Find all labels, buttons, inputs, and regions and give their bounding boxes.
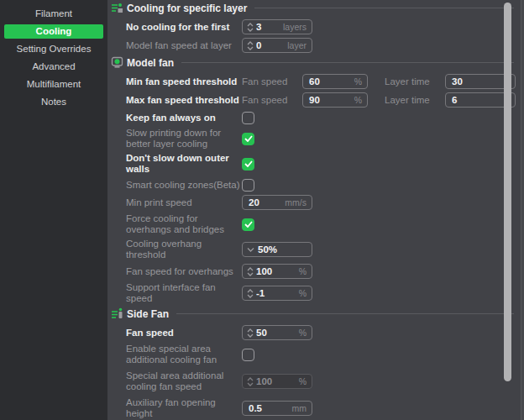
cooling-settings-panel: Cooling for specific layer No cooling fo… (107, 0, 524, 420)
fan-speed-overhangs-input[interactable]: % (242, 264, 312, 279)
setting-row: Auxiliary fan opening height mm (126, 397, 514, 419)
sidebar-item-notes[interactable]: Notes (4, 95, 103, 109)
section-divider (176, 313, 514, 314)
setting-row: Force cooling for overhangs and bridges (126, 213, 514, 235)
setting-label: Min fan speed threshold (126, 76, 242, 87)
spinner-arrows-icon[interactable] (243, 286, 254, 300)
sidebar-item-cooling[interactable]: Cooling (4, 24, 103, 39)
vertical-scrollbar[interactable] (503, 0, 513, 420)
section-divider (181, 62, 514, 63)
setting-row: Smart cooling zones(Beta) (126, 178, 514, 192)
setting-label: Special area additional cooling fan spee… (126, 370, 242, 392)
side-fan-speed-input[interactable]: % (242, 325, 312, 340)
sidebar-item-advanced[interactable]: Advanced (4, 60, 103, 74)
force-cooling-overhangs-checkbox[interactable] (242, 218, 254, 231)
setting-row: Max fan speed threshold Fan speed % Laye… (126, 92, 514, 108)
panel-right-edge (521, 0, 524, 420)
spinner-arrows-icon[interactable] (243, 375, 254, 388)
setting-label: Fan speed (126, 328, 242, 339)
fan-speed-overhangs-value[interactable] (254, 265, 312, 278)
special-area-fan-speed-input[interactable]: % (242, 374, 312, 389)
special-area-fan-speed-value (254, 375, 312, 388)
combobox-value: 50% (258, 244, 277, 255)
chevron-down-icon (247, 247, 254, 252)
min-threshold-fan-speed-input[interactable]: % (302, 74, 368, 89)
setting-row: Keep fan always on (126, 111, 514, 124)
setting-label: Auxiliary fan opening height (126, 397, 242, 419)
sub-label: Layer time (385, 95, 445, 105)
spinner-arrows-icon[interactable] (243, 39, 254, 52)
section-title: Cooling for specific layer (127, 3, 247, 14)
setting-row: Min fan speed threshold Fan speed % Laye… (126, 74, 514, 89)
sidebar-item-filament[interactable]: Filament (4, 7, 103, 21)
setting-row: Enable special area additional cooling f… (126, 344, 514, 365)
setting-row: Model fan speed at layer layer (126, 38, 514, 53)
setting-label: Slow printing down for better layer cool… (126, 128, 242, 150)
sub-label: Layer time (385, 76, 445, 87)
setting-label: Support interface fan speed (126, 282, 242, 304)
section-divider (254, 8, 514, 8)
side-fan-speed-value[interactable] (254, 326, 312, 339)
spinner-arrows-icon[interactable] (243, 20, 254, 34)
setting-label: Smart cooling zones(Beta) (126, 180, 242, 191)
side-fan-icon (111, 307, 123, 320)
scrollbar-thumb[interactable] (504, 3, 511, 381)
filament-settings-sidebar: Filament Cooling Setting Overrides Advan… (0, 0, 107, 420)
support-interface-fan-speed-input[interactable]: % (242, 286, 312, 301)
cooling-layers-icon (111, 2, 123, 14)
section-header-model-fan: Model fan (126, 56, 514, 69)
setting-row: Support interface fan speed % (126, 282, 514, 304)
setting-row: Special area additional cooling fan spee… (126, 369, 514, 394)
keep-fan-always-on-checkbox[interactable] (242, 112, 254, 124)
setting-row: Fan speed for overhangs % (126, 264, 514, 279)
max-threshold-fan-speed-input[interactable]: % (302, 92, 368, 108)
model-fan-icon (111, 56, 123, 69)
setting-label: Keep fan always on (126, 113, 242, 123)
spinner-arrows-icon[interactable] (243, 326, 254, 339)
setting-row: No cooling for the first layers (126, 19, 514, 34)
slow-printing-checkbox[interactable] (242, 133, 254, 145)
aux-fan-opening-height-input[interactable]: mm (242, 401, 312, 416)
setting-row: Don't slow down outer walls (126, 153, 514, 175)
setting-label: Force cooling for overhangs and bridges (126, 213, 242, 235)
min-threshold-fan-speed-value[interactable] (303, 75, 367, 88)
dont-slow-outer-walls-checkbox[interactable] (242, 158, 254, 171)
section-title: Model fan (127, 57, 174, 69)
min-print-speed-input[interactable]: mm/s (242, 195, 312, 210)
setting-label: Cooling overhang threshold (126, 239, 242, 260)
setting-label: No cooling for the first (126, 22, 242, 33)
setting-label: Max fan speed threshold (126, 95, 242, 106)
fan-speed-at-layer-value[interactable] (254, 39, 312, 52)
setting-row: Min print speed mm/s (126, 195, 514, 210)
spinner-arrows-icon[interactable] (243, 265, 254, 278)
sub-label: Fan speed (242, 95, 302, 105)
setting-row: Fan speed % (126, 325, 514, 340)
sidebar-item-multifilament[interactable]: Multifilament (4, 77, 103, 92)
sub-label: Fan speed (242, 76, 302, 87)
aux-fan-opening-height-value[interactable] (243, 402, 312, 415)
setting-row: Cooling overhang threshold 50% (126, 239, 514, 260)
setting-label: Don't slow down outer walls (126, 153, 242, 175)
sidebar-item-setting-overrides[interactable]: Setting Overrides (4, 42, 103, 56)
no-cooling-first-input[interactable]: layers (242, 19, 312, 34)
section-title: Side Fan (127, 308, 169, 320)
section-header-cooling-specific-layer: Cooling for specific layer (126, 2, 514, 14)
cooling-overhang-threshold-combobox[interactable]: 50% (242, 242, 312, 257)
no-cooling-first-value[interactable] (254, 20, 312, 34)
setting-label: Model fan speed at layer (126, 40, 242, 51)
max-threshold-fan-speed-value[interactable] (303, 93, 367, 107)
section-header-side-fan: Side Fan (126, 307, 514, 320)
setting-label: Fan speed for overhangs (126, 266, 242, 277)
setting-row: Slow printing down for better layer cool… (126, 128, 514, 150)
min-print-speed-value[interactable] (243, 196, 312, 209)
support-interface-fan-speed-value[interactable] (254, 286, 312, 300)
smart-cooling-zones-checkbox[interactable] (242, 179, 254, 192)
setting-label: Min print speed (126, 197, 242, 208)
fan-speed-at-layer-input[interactable]: layer (242, 38, 312, 53)
setting-label: Enable special area additional cooling f… (126, 344, 242, 365)
enable-special-area-checkbox[interactable] (242, 349, 254, 361)
